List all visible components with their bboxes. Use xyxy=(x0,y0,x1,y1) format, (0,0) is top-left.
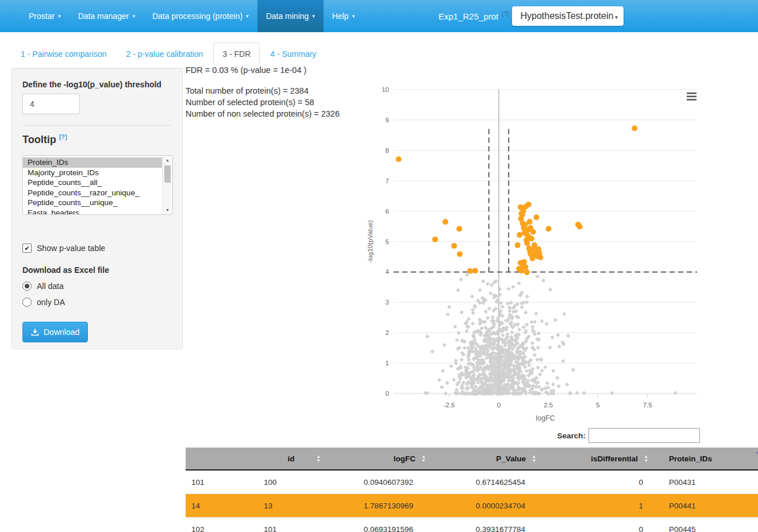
selected-protein-point[interactable] xyxy=(530,229,536,235)
radio-all-data[interactable] xyxy=(22,282,32,291)
download-button-label: Download xyxy=(44,327,79,337)
tab-link-3-fdr[interactable]: 3 - FDR xyxy=(213,43,260,65)
tooltip-option-peptide-counts-razor-unique[interactable]: Peptide_counts__razor_unique_ xyxy=(23,188,172,198)
app-root: Prostar▾Data manager▾Data processing (pr… xyxy=(0,0,758,532)
svg-text:5: 5 xyxy=(386,238,389,245)
dataset-selector[interactable]: HypothesisTest.protein ▾ xyxy=(512,6,623,26)
sort-arrows-icon[interactable]: ▲▼ xyxy=(317,455,321,462)
table-cell: 100 xyxy=(258,470,324,494)
show-pvalue-checkbox-row[interactable]: ✔ Show p-value table xyxy=(22,244,172,253)
tooltip-option-peptide-counts-all[interactable]: Peptide_counts__all_ xyxy=(23,178,172,188)
scroll-up-icon[interactable]: ▲ xyxy=(163,156,172,164)
tooltip-option-majority-protein-ids[interactable]: Majority_protein_IDs xyxy=(23,168,172,178)
svg-text:7: 7 xyxy=(386,178,389,184)
tooltip-option-peptide-counts-unique[interactable]: Peptide_counts__unique_ xyxy=(23,198,172,208)
chart-context-menu-button[interactable] xyxy=(687,92,697,101)
column-header-rownum xyxy=(186,448,258,470)
sort-arrows-icon[interactable]: ▲▼ xyxy=(644,455,648,462)
nav-link-prostar[interactable]: Prostar▾ xyxy=(20,0,70,32)
nav-link-data-mining[interactable]: Data mining▾ xyxy=(257,0,324,32)
show-pvalue-checkbox[interactable]: ✔ xyxy=(22,244,32,253)
volcano-plot-svg: 012345678910-log10(pValue)-2.502.557.5lo… xyxy=(365,80,700,425)
selected-protein-point[interactable] xyxy=(526,219,532,225)
tooltip-option-fasta-headers[interactable]: Fasta_headers xyxy=(23,208,172,215)
selected-protein-point[interactable] xyxy=(522,264,528,270)
radio-only-da[interactable] xyxy=(22,298,32,307)
tooltip-listbox[interactable]: Protein_IDsMajority_protein_IDsPeptide_c… xyxy=(22,155,173,215)
column-header-protein-ids[interactable]: Protein_IDs▲ xyxy=(652,448,758,470)
selected-protein-point[interactable] xyxy=(524,269,530,275)
selected-points xyxy=(396,125,638,275)
selected-protein-point[interactable] xyxy=(432,237,438,242)
selected-protein-point[interactable] xyxy=(537,255,543,260)
nav-item-help: Help▾ xyxy=(324,0,363,32)
selected-protein-point[interactable] xyxy=(467,268,473,274)
column-label: P_Value xyxy=(496,454,526,463)
tab-link-1-pairwise-comparison[interactable]: 1 - Pairwise comparison xyxy=(11,43,116,65)
download-button[interactable]: Download xyxy=(22,322,88,342)
sort-arrows-icon[interactable]: ▲▼ xyxy=(532,455,536,462)
scrollbar-thumb[interactable] xyxy=(164,165,171,183)
table-cell: P00431 xyxy=(652,470,758,494)
selected-protein-point[interactable] xyxy=(456,226,462,232)
nav-link-data-manager[interactable]: Data manager▾ xyxy=(70,0,144,32)
svg-text:4: 4 xyxy=(386,268,390,275)
radio-row-all-data[interactable]: All data xyxy=(22,282,172,291)
column-header-p-value[interactable]: P_Value▲▼ xyxy=(429,448,540,470)
table-cell: 1 xyxy=(540,494,652,518)
radio-row-only-da[interactable]: only DA xyxy=(22,298,172,307)
selected-protein-point[interactable] xyxy=(577,224,583,230)
selected-protein-point[interactable] xyxy=(472,268,478,273)
threshold-input[interactable] xyxy=(22,94,80,114)
column-header-isdifferential[interactable]: isDifferential▲▼ xyxy=(540,448,652,470)
dataset-help-icon[interactable]: [?] xyxy=(502,10,509,17)
selected-protein-point[interactable] xyxy=(524,240,530,246)
scroll-down-icon[interactable]: ▼ xyxy=(163,206,172,214)
selected-protein-point[interactable] xyxy=(451,243,457,249)
selected-protein-point[interactable] xyxy=(396,156,402,162)
radio-label: only DA xyxy=(37,298,65,307)
navbar: Prostar▾Data manager▾Data processing (pr… xyxy=(0,0,758,32)
svg-text:2: 2 xyxy=(386,329,389,336)
table-cell: 1.7867130969 xyxy=(324,494,429,518)
column-header-logfc[interactable]: logFC▲▼ xyxy=(324,448,429,470)
selected-protein-point[interactable] xyxy=(515,242,521,248)
selected-protein-point[interactable] xyxy=(529,236,534,241)
table-row[interactable]: 1021010.06931915960.39316777840P00445 xyxy=(186,518,758,532)
selected-protein-point[interactable] xyxy=(457,251,463,257)
selected-protein-point[interactable] xyxy=(546,226,552,232)
tab-2-p-value-calibration: 2 - p-value calibration xyxy=(117,43,212,65)
download-icon xyxy=(31,328,39,336)
tooltip-option-protein-ids[interactable]: Protein_IDs xyxy=(23,157,172,168)
pvalue-table: id▲▼logFC▲▼P_Value▲▼isDifferential▲▼Prot… xyxy=(186,448,758,532)
selected-protein-point[interactable] xyxy=(518,260,524,266)
show-pvalue-label: Show p-value table xyxy=(37,244,105,253)
svg-text:-2.5: -2.5 xyxy=(444,402,455,408)
sorted-ascending-icon[interactable]: ▲ xyxy=(755,450,758,455)
svg-text:0: 0 xyxy=(386,390,389,397)
volcano-plot: 012345678910-log10(pValue)-2.502.557.5lo… xyxy=(365,80,700,425)
column-header-id[interactable]: id▲▼ xyxy=(258,448,324,470)
selected-protein-point[interactable] xyxy=(632,125,637,131)
search-label: Search: xyxy=(557,431,586,440)
tooltip-help-icon[interactable]: [?] xyxy=(59,133,67,140)
table-row[interactable]: 14131.78671309690.00002347041P00441 xyxy=(186,494,758,518)
caret-down-icon: ▾ xyxy=(58,13,61,19)
selected-protein-point[interactable] xyxy=(517,232,522,238)
tab-link-4-summary[interactable]: 4 - Summary xyxy=(261,43,325,65)
selected-protein-point[interactable] xyxy=(533,214,539,220)
column-label: isDifferential xyxy=(591,454,638,463)
search-input[interactable] xyxy=(588,428,700,443)
selected-protein-point[interactable] xyxy=(443,219,448,225)
column-label: logFC xyxy=(394,454,415,463)
listbox-scrollbar[interactable]: ▲ ▼ xyxy=(162,156,172,214)
table-cell: 0.6714625454 xyxy=(429,470,540,494)
tab-link-2-p-value-calibration[interactable]: 2 - p-value calibration xyxy=(117,43,212,65)
caret-down-icon: ▾ xyxy=(132,13,135,19)
table-row[interactable]: 1011000.09406073920.67146254540P00431 xyxy=(186,470,758,494)
nav-link-data-processing-protein[interactable]: Data processing (protein)▾ xyxy=(144,0,257,32)
selected-protein-point[interactable] xyxy=(526,202,532,207)
sort-arrows-icon[interactable]: ▲▼ xyxy=(422,455,426,462)
nav-link-help[interactable]: Help▾ xyxy=(324,0,363,32)
non-selected-points xyxy=(424,273,678,396)
